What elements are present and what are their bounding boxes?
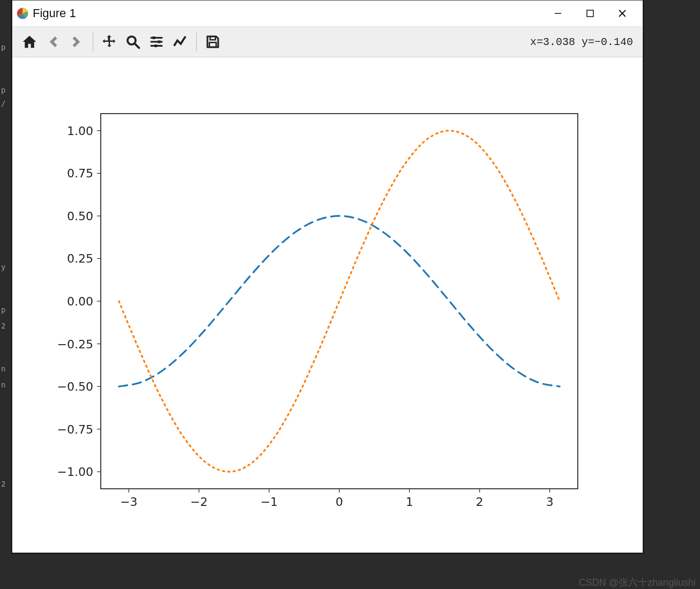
chart-svg: −3−2−10123−1.00−0.75−0.50−0.250.000.250.… [12,57,643,553]
editor-gutter-hints: p p / y p 2 n n 2 [0,0,12,589]
svg-text:−3: −3 [120,495,137,509]
svg-text:−1: −1 [260,495,278,509]
cursor-coordinates: x=3.038 y=−0.140 [530,36,637,48]
save-button[interactable] [201,30,225,54]
window-title: Figure 1 [33,6,76,20]
back-button[interactable] [41,30,65,54]
pan-button[interactable] [98,30,121,54]
close-button[interactable] [606,1,638,26]
svg-rect-13 [210,36,215,40]
svg-point-5 [128,36,136,44]
titlebar[interactable]: Figure 1 [12,1,643,27]
matplotlib-app-icon [17,8,28,19]
svg-text:−0.75: −0.75 [57,423,93,436]
svg-text:0.50: 0.50 [67,210,93,223]
svg-text:0.25: 0.25 [67,252,93,265]
svg-rect-2 [587,10,593,17]
toolbar-separator [196,32,197,51]
edit-axis-button[interactable] [168,30,192,54]
figure-window: Figure 1 [12,0,643,553]
svg-text:1: 1 [406,495,413,509]
svg-text:−0.50: −0.50 [57,380,93,393]
minimize-button[interactable] [542,1,574,26]
svg-text:−0.25: −0.25 [57,338,93,351]
svg-text:−2: −2 [190,495,207,509]
series-sin(x) [119,131,560,472]
configure-subplots-button[interactable] [145,30,168,54]
forward-button[interactable] [65,30,88,54]
svg-rect-8 [153,36,155,39]
zoom-button[interactable] [121,30,145,54]
svg-text:1.00: 1.00 [67,124,93,138]
home-button[interactable] [18,30,41,54]
svg-rect-12 [154,44,157,47]
svg-text:0: 0 [336,495,343,509]
plot-canvas[interactable]: −3−2−10123−1.00−0.75−0.50−0.250.000.250.… [12,57,643,553]
svg-rect-10 [158,41,161,43]
maximize-button[interactable] [574,1,606,26]
watermark-text: CSDN @张六十zhangliushi [579,576,696,589]
svg-text:−1.00: −1.00 [57,465,93,479]
svg-text:0.75: 0.75 [67,167,93,180]
svg-text:3: 3 [546,495,554,509]
svg-line-6 [135,44,140,49]
svg-text:0.00: 0.00 [67,295,93,308]
matplotlib-toolbar: x=3.038 y=−0.140 [12,27,643,57]
toolbar-separator [93,32,93,51]
svg-text:2: 2 [476,495,483,509]
